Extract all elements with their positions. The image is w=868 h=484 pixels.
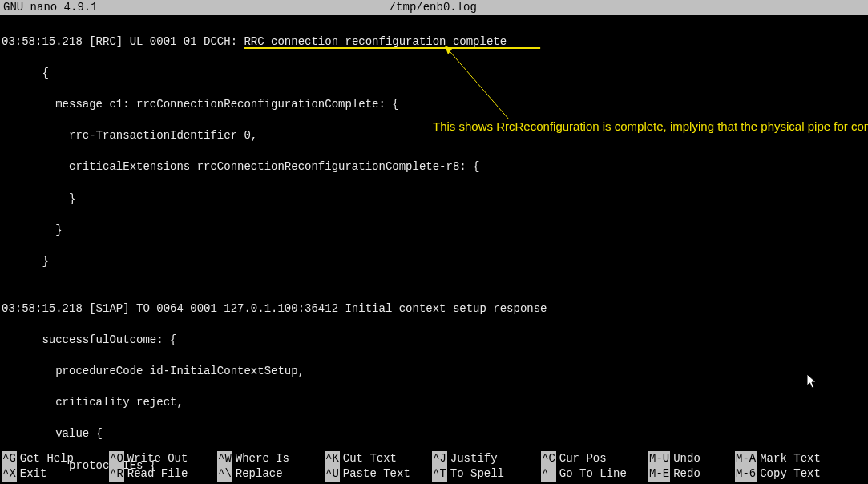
shortcut-item[interactable]: ^TTo Spell — [432, 466, 541, 482]
shortcut-key: M-A — [735, 451, 757, 467]
log-line: value { — [2, 426, 866, 442]
shortcut-key: ^_ — [541, 466, 556, 482]
log-line: message c1: rrcConnectionReconfiguration… — [2, 97, 866, 113]
shortcut-item[interactable]: ^XExit — [2, 466, 109, 482]
shortcut-label: Paste Text — [340, 466, 410, 482]
file-path: /tmp/enb0.log — [98, 0, 769, 15]
shortcut-label: To Spell — [447, 466, 504, 482]
shortcut-row-2: ^XExit^RRead File^\Replace^UPaste Text^T… — [2, 466, 866, 482]
shortcut-key: M-U — [648, 451, 670, 467]
shortcut-key: ^X — [2, 466, 17, 482]
log-line: procedureCode id-InitialContextSetup, — [2, 364, 866, 380]
shortcut-key: ^R — [109, 466, 124, 482]
shortcut-label: Where Is — [232, 451, 289, 467]
shortcut-item[interactable]: M-ERedo — [648, 466, 735, 482]
shortcut-label: Copy Text — [757, 466, 821, 482]
log-line: successfulOutcome: { — [2, 333, 866, 349]
shortcut-label: Redo — [670, 466, 700, 482]
shortcut-item[interactable]: M-UUndo — [648, 451, 735, 467]
shortcut-label: Cur Pos — [556, 451, 607, 467]
titlebar: GNU nano 4.9.1 /tmp/enb0.log — [0, 0, 868, 15]
shortcut-label: Justify — [447, 451, 498, 467]
shortcut-item[interactable]: ^\Replace — [217, 466, 325, 482]
annotation-arrow — [433, 39, 529, 127]
shortcut-label: Cut Text — [340, 451, 397, 467]
shortcut-label: Mark Text — [757, 451, 821, 467]
log-line: } — [2, 192, 866, 208]
shortcut-item[interactable]: ^CCur Pos — [541, 451, 648, 467]
shortcut-label: Write Out — [124, 451, 188, 467]
shortcut-item[interactable]: ^RRead File — [109, 466, 217, 482]
log-line: 03:58:15.218 [RRC] UL 0001 01 DCCH: RRC … — [2, 34, 866, 50]
log-line: } — [2, 223, 866, 239]
shortcut-key: M-6 — [735, 466, 757, 482]
shortcut-label: Exit — [17, 466, 47, 482]
shortcut-key: ^\ — [217, 466, 232, 482]
shortcut-key: ^K — [325, 451, 340, 467]
shortcut-row-1: ^GGet Help^OWrite Out^WWhere Is^KCut Tex… — [2, 451, 866, 467]
log-line: { — [2, 66, 866, 82]
shortcut-key: ^W — [217, 451, 232, 467]
log-line: criticalExtensions rrcConnectionReconfig… — [2, 159, 866, 175]
shortcut-item[interactable]: ^JJustify — [432, 451, 541, 467]
shortcut-label: Read File — [124, 466, 188, 482]
annotation-text: This shows RrcReconfiguration is complet… — [433, 119, 769, 135]
app-version: GNU nano 4.9.1 — [3, 0, 98, 15]
shortcut-item[interactable]: M-6Copy Text — [735, 466, 831, 482]
shortcut-item[interactable]: ^KCut Text — [325, 451, 432, 467]
shortcut-item[interactable]: ^WWhere Is — [217, 451, 325, 467]
shortcut-key: M-E — [648, 466, 670, 482]
shortcut-key: ^U — [325, 466, 340, 482]
shortcut-key: ^J — [432, 451, 447, 467]
shortcut-item[interactable]: ^OWrite Out — [109, 451, 217, 467]
shortcut-label: Get Help — [17, 451, 74, 467]
shortcut-key: ^C — [541, 451, 556, 467]
shortcut-key: ^O — [109, 451, 124, 467]
shortcut-key: ^G — [2, 451, 17, 467]
log-line: 03:58:15.218 [S1AP] TO 0064 0001 127.0.1… — [2, 301, 866, 317]
shortcut-item[interactable]: ^GGet Help — [2, 451, 109, 467]
highlighted-text: RRC connection reconfiguration complete — [244, 35, 507, 48]
shortcut-key: ^T — [432, 466, 447, 482]
shortcut-item[interactable]: M-AMark Text — [735, 451, 831, 467]
log-line: } — [2, 254, 866, 270]
editor-content[interactable]: 03:58:15.218 [RRC] UL 0001 01 DCCH: RRC … — [0, 15, 868, 484]
log-line: criticality reject, — [2, 395, 866, 411]
shortcut-item[interactable]: ^UPaste Text — [325, 466, 432, 482]
shortcut-label: Replace — [232, 466, 283, 482]
shortcut-bar: ^GGet Help^OWrite Out^WWhere Is^KCut Tex… — [0, 451, 868, 484]
shortcut-label: Go To Line — [556, 466, 627, 482]
shortcut-item[interactable]: ^_Go To Line — [541, 466, 648, 482]
shortcut-label: Undo — [670, 451, 700, 467]
